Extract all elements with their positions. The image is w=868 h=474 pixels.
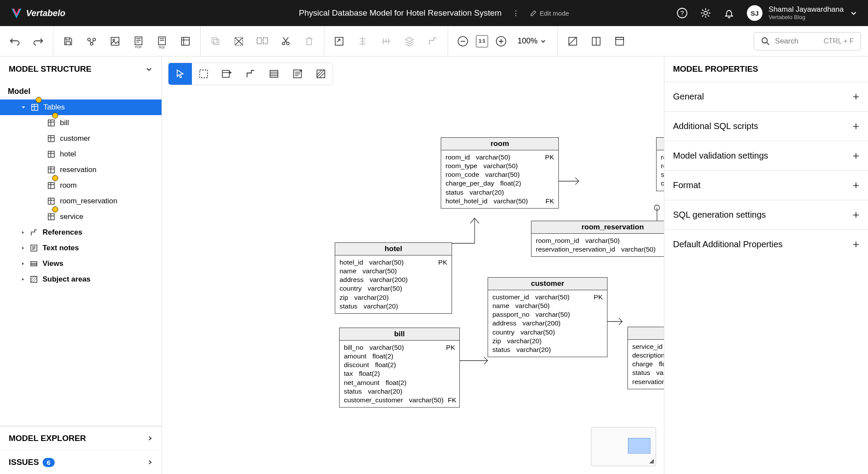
duplicate-button[interactable] — [255, 34, 269, 48]
prop-general[interactable]: General+ — [664, 82, 868, 111]
column: countryvarchar(50) — [492, 328, 603, 337]
column: reservation_idvarchar(50)PK — [661, 153, 664, 162]
marquee-tool[interactable] — [192, 63, 215, 85]
column: statusvarchar(20) — [446, 188, 554, 197]
svg-point-7 — [113, 39, 115, 41]
zoom-fit-button[interactable]: 1:1 — [476, 35, 488, 47]
column: room_typevarchar(50) — [446, 162, 554, 170]
tree-table-room[interactable]: room — [0, 178, 162, 193]
more-icon[interactable]: ⋮ — [510, 7, 521, 19]
table-icon — [47, 197, 56, 206]
tree-table-bill[interactable]: bill — [0, 115, 162, 131]
tree-table-reservation[interactable]: reservation — [0, 162, 162, 178]
svg-rect-38 — [222, 70, 229, 77]
search-box[interactable]: CTRL + F — [754, 32, 861, 50]
tree-group-views[interactable]: Views — [0, 256, 162, 272]
prop-format[interactable]: Format+ — [664, 170, 868, 200]
column: room_idvarchar(50)PK — [446, 153, 554, 162]
svg-point-2 — [704, 11, 707, 15]
layers-button[interactable] — [403, 34, 416, 48]
entity-bill[interactable]: billbill_novarchar(50)PKamountfloat(2)di… — [339, 328, 460, 408]
chevron-down-icon — [145, 65, 153, 73]
select-tool[interactable] — [168, 63, 192, 85]
canvas[interactable]: roomroom_idvarchar(50)PKroom_typevarchar… — [162, 56, 664, 474]
column: statusvarchar(20) — [344, 387, 455, 396]
save-button[interactable] — [61, 34, 75, 48]
entity-hotel[interactable]: hotelhotel_idvarchar(50)PKnamevarchar(50… — [335, 242, 452, 314]
add-note-tool[interactable] — [286, 63, 309, 85]
svg-rect-28 — [48, 136, 54, 142]
delete-button[interactable] — [302, 34, 316, 48]
column: namevarchar(50) — [492, 302, 603, 310]
export-pdf-button[interactable]: PDF — [132, 34, 145, 48]
tree-root[interactable]: Model — [0, 83, 162, 99]
model-explorer-toggle[interactable]: MODEL EXPLORER — [0, 426, 162, 450]
expand-button[interactable] — [332, 34, 346, 48]
add-area-tool[interactable] — [309, 63, 333, 85]
export-image-button[interactable] — [108, 34, 122, 48]
zoom-in-button[interactable] — [494, 34, 508, 48]
minimap[interactable]: ◢ — [591, 427, 656, 466]
model-structure-header[interactable]: MODEL STRUCTURE — [0, 56, 162, 82]
search-input[interactable] — [775, 37, 818, 46]
redo-button[interactable] — [31, 34, 45, 48]
entity-title: reservation — [657, 138, 664, 150]
bell-icon[interactable] — [723, 7, 735, 19]
entity-room_reservation[interactable]: room_reservationroom_room_idvarchar(50)P… — [531, 221, 664, 257]
align-v-button[interactable] — [379, 34, 393, 48]
tree-table-room_reservation[interactable]: room_reservation — [0, 193, 162, 209]
export-sql-button[interactable]: SQL — [155, 34, 169, 48]
entity-customer[interactable]: customercustomer_idvarchar(50)PKnamevarc… — [488, 277, 607, 357]
help-icon[interactable]: ? — [677, 7, 688, 19]
prop-model-validation-settings[interactable]: Model validation settings+ — [664, 141, 868, 170]
tree-group-text-notes[interactable]: Text notes — [0, 240, 162, 256]
brand[interactable]: Vertabelo — [10, 7, 65, 19]
tree-table-service[interactable]: service — [0, 209, 162, 225]
copy-button[interactable] — [208, 34, 222, 48]
table-icon — [47, 212, 56, 221]
user-menu[interactable]: SJ Shamal Jayawardhana Vertabelo Blog — [747, 5, 858, 21]
plus-icon: + — [853, 238, 859, 251]
align-h-button[interactable] — [356, 34, 370, 48]
paste-button[interactable] — [232, 34, 246, 48]
add-reference-tool[interactable] — [239, 63, 262, 85]
tree-tables[interactable]: Tables — [0, 99, 162, 115]
undo-button[interactable] — [8, 34, 22, 48]
zoom-out-button[interactable] — [456, 34, 470, 48]
plus-icon: + — [853, 119, 859, 133]
add-view-tool[interactable] — [262, 63, 286, 85]
tree-table-customer[interactable]: customer — [0, 131, 162, 146]
view-button[interactable] — [613, 34, 627, 48]
caret-right-icon — [21, 230, 25, 235]
column: zipvarchar(20) — [492, 337, 603, 345]
route-button[interactable] — [426, 34, 440, 48]
edit-mode-toggle[interactable]: Edit mode — [530, 10, 569, 17]
add-table-tool[interactable] — [215, 63, 239, 85]
entity-title: hotel — [335, 243, 452, 255]
prop-additional-sql-scripts[interactable]: Additional SQL scripts+ — [664, 111, 868, 141]
resize-handle-icon[interactable]: ◢ — [649, 457, 654, 464]
zoom-select[interactable]: 100% — [514, 36, 550, 46]
tree-group-subject-areas[interactable]: Subject areas — [0, 272, 162, 287]
issues-count: 6 — [43, 458, 55, 467]
prop-default-additional-properties[interactable]: Default Additional Properties+ — [664, 229, 868, 259]
grid-toggle-button[interactable] — [566, 34, 580, 48]
svg-rect-8 — [135, 37, 142, 45]
column: reservation_reservation_idvarchar(50)PK … — [536, 245, 664, 254]
svg-rect-23 — [616, 37, 624, 45]
entity-title: service — [628, 327, 664, 340]
tree-group-references[interactable]: References — [0, 225, 162, 240]
entity-title: room — [441, 138, 558, 150]
tree-table-hotel[interactable]: hotel — [0, 146, 162, 162]
prop-sql-generation-settings[interactable]: SQL generation settings+ — [664, 200, 868, 229]
cut-button[interactable] — [279, 34, 293, 48]
column: addressvarchar(200) — [492, 319, 603, 328]
settings-icon[interactable] — [700, 7, 711, 19]
snap-button[interactable] — [589, 34, 603, 48]
entity-room[interactable]: roomroom_idvarchar(50)PKroom_typevarchar… — [441, 137, 559, 209]
entity-reservation[interactable]: reservationreservation_idvarchar(50)PKre… — [656, 137, 664, 191]
share-button[interactable] — [85, 34, 99, 48]
issues-toggle[interactable]: ISSUES6 — [0, 450, 162, 474]
entity-service[interactable]: serviceservice_idvarchar(50)PKdescriptio… — [627, 327, 664, 389]
export-xml-button[interactable] — [178, 34, 192, 48]
